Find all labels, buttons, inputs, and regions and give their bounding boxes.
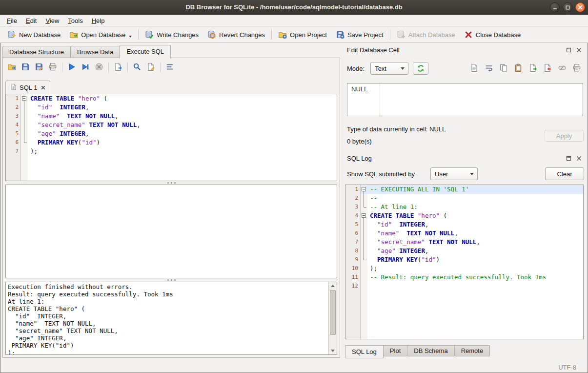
fold-marker[interactable] [361,185,367,194]
print-button[interactable] [569,62,584,75]
format-lines-button[interactable] [163,61,177,74]
float-panel-icon[interactable] [565,46,572,53]
save-project-icon [336,30,345,39]
float-panel-icon[interactable] [565,155,572,162]
sql-editor[interactable]: 1CREATE TABLE "hero" (2 "id" INTEGER,3 "… [5,94,337,181]
window-close-button[interactable] [575,2,585,12]
sql-log-title: SQL Log [347,155,372,162]
log-filter-select[interactable]: User [430,167,478,180]
scrollbar[interactable] [328,282,337,354]
code-text: ); [367,264,583,273]
tab-execute-sql[interactable]: Execute SQL [120,45,171,59]
tab-remote[interactable]: Remote [454,345,490,356]
export-cell-button[interactable] [540,62,555,75]
splitter-handle[interactable] [5,181,337,185]
cell-value-editor[interactable]: NULL [347,83,583,116]
token: "age" [377,247,396,254]
token: TEXT NOT NULL [428,238,476,246]
close-panel-icon[interactable] [575,155,582,162]
token: TEXT NOT NULL [406,229,454,237]
close-database-button[interactable]: Close Database [460,29,526,41]
toolbar-button-label: Write Changes [157,31,199,39]
menu-file[interactable]: File [2,16,21,25]
execution-log[interactable]: Execution finished without errors.Result… [5,282,337,355]
title-bar[interactable]: DB Browser for SQLite - /home/user/code/… [0,0,588,15]
open-database-button[interactable]: Open Database [65,29,136,41]
format-lines-icon [165,62,174,73]
open-project-button[interactable]: Open Project [274,29,331,41]
tab-sql-log[interactable]: SQL Log [345,345,384,358]
tab-plot[interactable]: Plot [383,345,407,356]
fold-marker [361,247,367,255]
line-number: 6 [345,229,361,238]
import-cell-button[interactable] [526,62,540,75]
line-number: 4 [6,121,21,129]
fold-marker [361,229,367,238]
output-line: ); [8,349,328,354]
output-line: At line 1: [8,298,328,305]
save-sql-file-button[interactable] [19,61,32,74]
attach-database-button[interactable]: Attach Database [392,29,460,41]
text-document-button[interactable] [467,62,482,75]
code-text: -- [367,194,583,203]
scroll-up-arrow-icon[interactable] [329,282,337,290]
menu-view[interactable]: View [41,16,63,25]
log-filter-label: Show SQL submitted by [347,170,415,178]
write-changes-button[interactable]: Write Changes [141,29,203,41]
sql-editor-tab[interactable]: SQL 1 [5,81,50,94]
window-maximize-button[interactable] [563,2,572,12]
execute-line-button[interactable] [79,61,92,74]
window-minimize-button[interactable] [550,2,560,12]
scroll-down-arrow-icon[interactable] [329,347,337,354]
mode-select[interactable]: Text [370,62,408,75]
close-tab-icon[interactable] [41,85,45,90]
execute-all-button[interactable] [65,61,79,74]
fold-marker[interactable] [21,94,28,103]
sql-log-view[interactable]: 1-- EXECUTING ALL IN 'SQL 1'2--3-- At li… [345,185,584,339]
tab-browse-data[interactable]: Browse Data [70,46,120,58]
token: "id" [81,139,96,146]
menu-tools[interactable]: Tools [63,16,87,25]
code-line: 1CREATE TABLE "hero" ( [6,94,337,103]
open-sql-file-button[interactable] [5,61,19,74]
code-text: CREATE TABLE "hero" ( [28,94,337,103]
save-project-button[interactable]: Save Project [331,29,388,41]
line-number: 7 [345,238,361,247]
copy-cell-button[interactable] [496,62,511,75]
fold-marker[interactable] [361,211,367,220]
token: "secret_name" [377,238,425,246]
stop-button[interactable] [92,61,106,74]
export-cell-icon [543,63,552,74]
paste-cell-button[interactable] [511,62,526,75]
results-grid[interactable] [5,185,337,278]
menu-help[interactable]: Help [87,16,109,25]
splitter-handle[interactable] [5,278,337,282]
close-panel-icon[interactable] [575,46,582,53]
line-number: 5 [345,220,361,229]
apply-button[interactable]: Apply [545,130,584,142]
save-sql-as-button[interactable] [32,61,46,74]
line-number: 6 [6,138,21,147]
new-database-button[interactable]: New Database [3,29,65,41]
find-button[interactable] [130,61,144,74]
token: , [425,247,429,254]
save-results-button[interactable] [111,61,125,74]
main-tab-bar: Database StructureBrowse DataExecute SQL [2,45,170,58]
token: CREATE TABLE [370,212,414,219]
tab-database-structure[interactable]: Database Structure [2,46,71,58]
replace-button[interactable] [144,61,158,74]
tab-db-schema[interactable]: DB Schema [407,345,454,356]
code-line-content: -- EXECUTING ALL IN 'SQL 1' [361,185,583,194]
revert-changes-button[interactable]: Revert Changes [203,29,269,41]
scroll-thumb[interactable] [330,290,336,335]
set-null-button[interactable] [555,62,569,75]
print-button[interactable] [46,61,60,74]
auto-switch-mode-button[interactable] [413,62,428,75]
token: ); [370,265,377,272]
word-wrap-button[interactable] [482,62,496,75]
clear-log-button[interactable]: Clear [545,167,584,180]
code-line: 7); [6,147,337,156]
line-number: 5 [6,129,21,138]
menu-edit[interactable]: Edit [21,16,41,25]
line-number: 2 [345,194,361,203]
